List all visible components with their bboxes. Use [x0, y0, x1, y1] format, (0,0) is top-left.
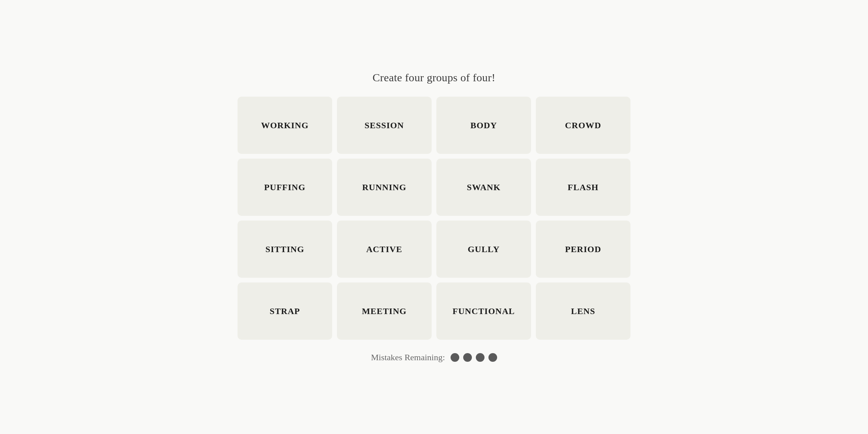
word-card[interactable]: ACTIVE: [337, 221, 432, 278]
word-label: LENS: [571, 306, 595, 316]
word-label: CROWD: [565, 120, 601, 131]
word-label: PERIOD: [565, 244, 601, 254]
mistakes-dots: [451, 353, 497, 362]
word-label: SITTING: [266, 244, 305, 254]
word-card[interactable]: CROWD: [536, 97, 630, 154]
word-label: MEETING: [362, 306, 406, 316]
word-label: FUNCTIONAL: [453, 306, 515, 316]
word-card[interactable]: SITTING: [238, 221, 332, 278]
word-label: PUFFING: [264, 182, 306, 193]
word-label: SWANK: [467, 182, 501, 193]
word-card[interactable]: LENS: [536, 282, 630, 340]
word-label: GULLY: [468, 244, 499, 254]
mistake-dot: [476, 353, 485, 362]
word-card[interactable]: STRAP: [238, 282, 332, 340]
word-grid: WORKINGSESSIONBODYCROWDPUFFINGRUNNINGSWA…: [238, 97, 630, 340]
word-label: WORKING: [261, 120, 309, 131]
word-card[interactable]: BODY: [436, 97, 531, 154]
word-card[interactable]: SWANK: [436, 159, 531, 216]
word-card[interactable]: MEETING: [337, 282, 432, 340]
word-label: BODY: [470, 120, 497, 131]
word-card[interactable]: RUNNING: [337, 159, 432, 216]
word-card[interactable]: PUFFING: [238, 159, 332, 216]
word-label: STRAP: [269, 306, 300, 316]
mistake-dot: [488, 353, 497, 362]
word-card[interactable]: WORKING: [238, 97, 332, 154]
mistakes-label: Mistakes Remaining:: [371, 352, 445, 363]
word-card[interactable]: FLASH: [536, 159, 630, 216]
word-card[interactable]: FUNCTIONAL: [436, 282, 531, 340]
mistakes-area: Mistakes Remaining:: [371, 352, 497, 363]
word-label: FLASH: [568, 182, 599, 193]
word-label: RUNNING: [362, 182, 406, 193]
game-container: Create four groups of four! WORKINGSESSI…: [217, 71, 651, 363]
word-card[interactable]: SESSION: [337, 97, 432, 154]
word-card[interactable]: GULLY: [436, 221, 531, 278]
game-subtitle: Create four groups of four!: [372, 71, 495, 84]
word-label: ACTIVE: [366, 244, 402, 254]
mistake-dot: [451, 353, 459, 362]
mistake-dot: [463, 353, 472, 362]
word-label: SESSION: [365, 120, 404, 131]
word-card[interactable]: PERIOD: [536, 221, 630, 278]
